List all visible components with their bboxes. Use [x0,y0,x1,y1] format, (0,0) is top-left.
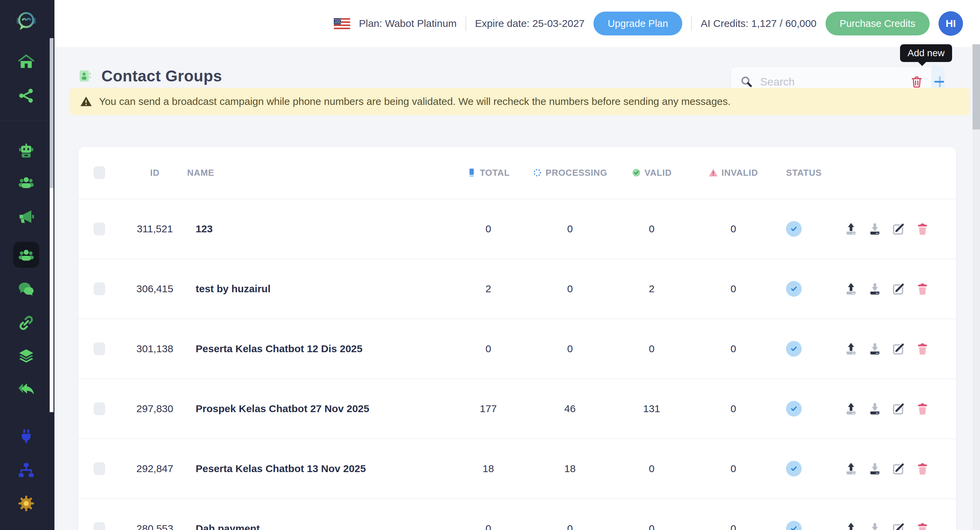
download-button[interactable] [868,522,882,530]
edit-button[interactable] [891,522,906,530]
sidebar-item-share[interactable] [13,83,39,109]
download-button[interactable] [868,222,882,236]
delete-button[interactable] [915,342,930,356]
chat-bubbles-icon [18,280,35,298]
download-button[interactable] [868,461,882,476]
contact-groups-table: ID NAME TOTAL PROCESSING VALID INVALID [78,147,956,530]
table-row: 311,521 123 0 0 0 0 [78,199,956,259]
sidebar-item-broadcast[interactable] [13,204,39,230]
upload-icon [844,222,858,236]
group-id: 311,521 [123,223,187,235]
row-checkbox[interactable] [94,462,105,475]
sidebar-item-home[interactable] [13,48,39,74]
user-avatar[interactable]: HI [939,11,963,36]
status-active-toggle[interactable] [786,281,802,297]
blue-check-icon [789,524,798,530]
sidebar-item-layers[interactable] [13,343,39,369]
download-icon [868,402,882,416]
upload-button[interactable] [844,461,858,476]
bulk-delete-trash-icon[interactable] [910,75,924,89]
edit-button[interactable] [891,222,906,236]
download-button[interactable] [868,402,882,416]
status-active-toggle[interactable] [786,401,802,417]
upload-button[interactable] [844,402,858,416]
link-icon [18,314,35,332]
edit-button[interactable] [891,402,906,416]
page-title-row: Contact Groups [78,67,222,85]
contact-groups-icon [18,246,35,263]
upload-icon [844,402,858,416]
group-processing: 0 [527,223,612,235]
table-body: 311,521 123 0 0 0 0 [78,199,956,530]
wabot-logo-icon[interactable] [13,8,39,34]
total-icon [467,168,476,177]
sidebar-item-link[interactable] [13,310,39,336]
status-active-toggle[interactable] [786,461,802,477]
trash-icon [915,342,930,356]
sidebar-item-bot[interactable] [13,138,39,164]
upload-button[interactable] [844,282,858,296]
group-id: 301,138 [123,343,187,354]
status-active-toggle[interactable] [786,341,802,357]
sidebar-item-plug[interactable] [13,423,39,449]
download-icon [868,461,882,476]
upload-button[interactable] [844,522,858,530]
delete-button[interactable] [915,402,930,416]
edit-button[interactable] [891,282,906,296]
upload-button[interactable] [844,222,858,236]
sidebar-item-contact-groups[interactable] [13,242,39,268]
users-icon [18,173,35,191]
warning-text: You can send a broadcast campaign while … [99,96,730,107]
delete-button[interactable] [915,222,930,236]
row-actions [837,342,956,356]
sidebar-item-contacts[interactable] [13,169,39,195]
group-name: Prospek Kelas Chatbot 27 Nov 2025 [187,403,449,415]
delete-button[interactable] [915,522,930,530]
search-input[interactable] [760,76,903,88]
warning-triangle-icon [80,95,92,108]
delete-button[interactable] [915,461,930,476]
sidebar [0,0,54,530]
sidebar-item-settings[interactable] [13,490,39,516]
edit-button[interactable] [891,342,906,356]
download-button[interactable] [868,282,882,296]
megaphone-icon [18,208,35,225]
group-processing: 0 [527,343,612,354]
sidebar-item-chats[interactable] [13,276,39,302]
select-all-checkbox[interactable] [94,166,105,179]
row-checkbox[interactable] [94,342,105,355]
table-row: 297,830 Prospek Kelas Chatbot 27 Nov 202… [78,378,956,438]
group-invalid: 0 [691,523,776,530]
upload-button[interactable] [844,342,858,356]
status-active-toggle[interactable] [786,221,802,237]
sitemap-icon [18,461,35,479]
status-active-toggle[interactable] [786,521,802,530]
search-icon [740,75,753,89]
plug-icon [18,428,35,445]
group-valid: 0 [612,463,691,474]
delete-button[interactable] [915,282,930,296]
top-header: Plan: Wabot Platinum Expire date: 25-03-… [54,0,980,47]
column-header-status: STATUS [776,168,837,178]
upload-icon [844,342,858,356]
sidebar-item-sitemap[interactable] [13,457,39,483]
sidebar-item-reply[interactable] [13,377,39,403]
download-button[interactable] [868,342,882,356]
sidebar-scrollbar-thumb[interactable] [50,38,53,188]
page-scrollbar[interactable] [972,44,980,530]
row-actions [837,402,956,416]
sidebar-scrollbar[interactable] [50,38,53,412]
row-checkbox[interactable] [94,283,105,295]
purchase-credits-button[interactable]: Purchase Credits [826,11,930,35]
table-row: 301,138 Peserta Kelas Chatbot 12 Dis 202… [78,318,956,378]
page-scrollbar-thumb[interactable] [972,44,980,129]
row-checkbox[interactable] [94,522,105,530]
edit-icon [891,282,906,296]
row-checkbox[interactable] [94,222,105,235]
group-id: 280,553 [123,523,187,530]
row-checkbox[interactable] [94,402,105,415]
edit-button[interactable] [891,461,906,476]
group-id: 306,415 [123,283,187,295]
upgrade-plan-button[interactable]: Upgrade Plan [593,11,682,35]
download-icon [868,522,882,530]
